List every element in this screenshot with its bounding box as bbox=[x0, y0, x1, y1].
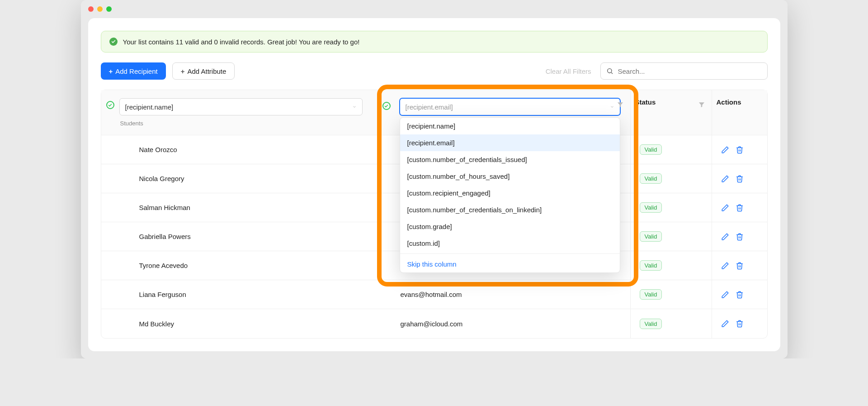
cell-email: evans@hotmail.com bbox=[373, 280, 630, 309]
column-email-mapping-placeholder: [recipient.email] bbox=[406, 103, 453, 111]
edit-icon[interactable] bbox=[721, 233, 729, 241]
cell-name: Md Buckley bbox=[119, 309, 373, 338]
table-row: Liana Ferguson evans@hotmail.com Valid bbox=[101, 280, 767, 309]
cell-name: Liana Ferguson bbox=[119, 280, 373, 309]
add-recipient-button[interactable]: + Add Recipient bbox=[101, 62, 166, 80]
dropdown-option[interactable]: [custom.grade] bbox=[400, 218, 620, 235]
check-circle-icon bbox=[109, 38, 118, 46]
window-zoom-button[interactable] bbox=[106, 6, 112, 12]
filter-icon[interactable] bbox=[698, 101, 705, 108]
edit-icon[interactable] bbox=[721, 262, 729, 270]
edit-icon[interactable] bbox=[721, 291, 729, 299]
svg-line-1 bbox=[611, 72, 613, 74]
status-badge: Valid bbox=[640, 289, 662, 300]
delete-icon[interactable] bbox=[736, 291, 744, 299]
banner-text: Your list contains 11 valid and 0 invali… bbox=[123, 38, 360, 46]
cell-name: Gabriella Powers bbox=[119, 222, 373, 251]
column-actions-header: Actions bbox=[712, 90, 770, 135]
status-badge: Valid bbox=[640, 260, 662, 271]
dropdown-option[interactable]: [custom.id] bbox=[400, 235, 620, 252]
cell-actions bbox=[712, 135, 770, 164]
filter-icon[interactable] bbox=[617, 101, 624, 108]
status-badge: Valid bbox=[640, 144, 662, 155]
delete-icon[interactable] bbox=[736, 262, 744, 270]
add-recipient-label: Add Recipient bbox=[115, 67, 157, 75]
validation-banner: Your list contains 11 valid and 0 invali… bbox=[101, 31, 768, 53]
column-email-mapping-select[interactable]: [recipient.email] bbox=[400, 98, 620, 115]
add-attribute-button[interactable]: + Add Attribute bbox=[172, 62, 235, 80]
dropdown-option[interactable]: [custom.recipient_engaged] bbox=[400, 185, 620, 201]
delete-icon[interactable] bbox=[736, 146, 744, 154]
dropdown-option[interactable]: [custom.number_of_credentials_issued] bbox=[400, 151, 620, 168]
check-ring-icon bbox=[382, 102, 391, 110]
page-content: Your list contains 11 valid and 0 invali… bbox=[88, 18, 780, 351]
actions-header-label: Actions bbox=[717, 98, 741, 106]
edit-icon[interactable] bbox=[721, 146, 729, 154]
column-name-mapping-select[interactable]: [recipient.name] bbox=[119, 98, 363, 115]
dropdown-option[interactable]: [custom.number_of_hours_saved] bbox=[400, 168, 620, 185]
edit-icon[interactable] bbox=[721, 204, 729, 212]
status-badge: Valid bbox=[640, 202, 662, 213]
clear-all-filters-link[interactable]: Clear All Filters bbox=[546, 67, 591, 75]
cell-name: Nicola Gregory bbox=[119, 164, 373, 193]
chevron-down-icon bbox=[610, 105, 614, 109]
search-field[interactable] bbox=[600, 62, 768, 80]
dropdown-option-selected[interactable]: [recipient.email] bbox=[400, 134, 620, 151]
app-window: Your list contains 11 valid and 0 invali… bbox=[81, 0, 788, 358]
cell-name: Nate Orozco bbox=[119, 135, 373, 164]
dropdown-skip-column[interactable]: Skip this column bbox=[400, 256, 620, 272]
toolbar: + Add Recipient + Add Attribute Clear Al… bbox=[101, 62, 768, 80]
column-name-mapping-value: [recipient.name] bbox=[125, 103, 174, 111]
window-minimize-button[interactable] bbox=[97, 6, 103, 12]
cell-name: Salman Hickman bbox=[119, 193, 373, 222]
cell-status: Valid bbox=[630, 135, 712, 164]
table-row: Md Buckley graham@icloud.com Valid bbox=[101, 309, 767, 338]
column-validated-icon bbox=[101, 90, 119, 135]
search-input[interactable] bbox=[617, 67, 762, 76]
dropdown-option[interactable]: [custom.number_of_credentials_on_linkedi… bbox=[400, 201, 620, 218]
edit-icon[interactable] bbox=[721, 175, 729, 183]
delete-icon[interactable] bbox=[736, 233, 744, 241]
delete-icon[interactable] bbox=[736, 175, 744, 183]
column-email-mapping-dropdown[interactable]: [recipient.name] [recipient.email] [cust… bbox=[400, 117, 620, 273]
cell-email: graham@icloud.com bbox=[373, 309, 630, 338]
cell-name: Tyrone Acevedo bbox=[119, 251, 373, 280]
check-ring-icon bbox=[106, 101, 114, 109]
status-badge: Valid bbox=[640, 173, 662, 184]
status-badge: Valid bbox=[640, 231, 662, 242]
window-titlebar bbox=[81, 0, 788, 18]
status-header-label: Status bbox=[635, 98, 656, 106]
dropdown-separator bbox=[400, 253, 620, 254]
edit-icon[interactable] bbox=[721, 320, 729, 328]
add-attribute-label: Add Attribute bbox=[187, 67, 226, 75]
delete-icon[interactable] bbox=[736, 320, 744, 328]
status-badge: Valid bbox=[640, 319, 662, 329]
dropdown-option[interactable]: [recipient.name] bbox=[400, 118, 620, 134]
column-name-subtitle: Students bbox=[120, 120, 363, 127]
svg-point-0 bbox=[607, 69, 611, 73]
search-icon bbox=[606, 67, 613, 75]
column-name-header: [recipient.name] Students bbox=[119, 90, 373, 135]
chevron-down-icon bbox=[352, 105, 357, 109]
column-status-header: Status bbox=[630, 90, 712, 135]
delete-icon[interactable] bbox=[736, 204, 744, 212]
window-close-button[interactable] bbox=[88, 6, 94, 12]
